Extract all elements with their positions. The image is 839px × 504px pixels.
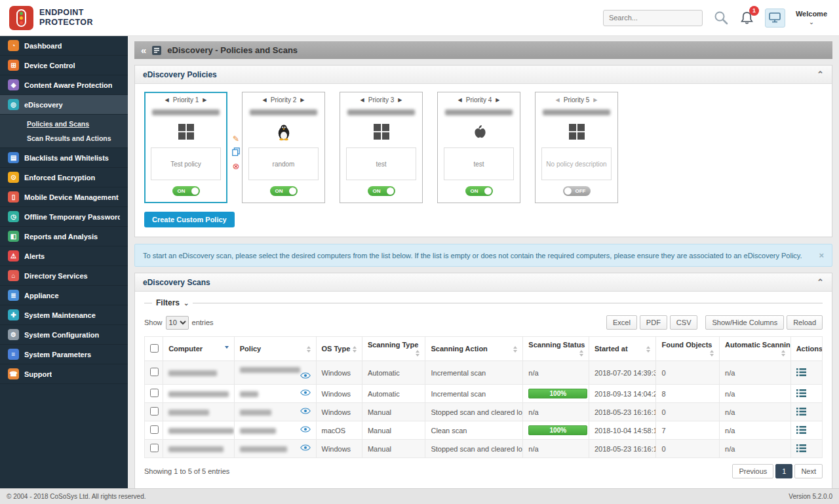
cell-automatic-scanning: n/a [720, 403, 791, 421]
sidebar-item-ediscovery[interactable]: ◎ eDiscovery [0, 95, 128, 115]
column-header-os-type[interactable]: OS Type [316, 337, 362, 361]
sidebar-item-system-parameters[interactable]: ≡ System Parameters [0, 345, 128, 364]
delete-policy-icon[interactable]: ⊗ [233, 162, 240, 170]
priority-increase-icon[interactable]: ▶ [593, 97, 597, 103]
filters-toggle[interactable]: Filters ⌄ [144, 298, 823, 307]
logo-dot-yellow [20, 16, 23, 20]
priority-increase-icon[interactable]: ▶ [496, 97, 499, 103]
system-configuration-gear-icon: ⚙ [8, 329, 19, 340]
policy-card-3[interactable]: ◀ Priority 3 ▶ test ON [340, 92, 423, 203]
priority-decrease-icon[interactable]: ◀ [361, 97, 364, 103]
view-details-eye-icon[interactable] [300, 408, 311, 416]
policy-card-4[interactable]: ◀ Priority 4 ▶ test ON [437, 92, 520, 203]
column-header-computer[interactable]: Computer [163, 337, 235, 361]
view-details-eye-icon[interactable] [300, 389, 311, 397]
policy-card-5[interactable]: ◀ Priority 5 ▶ No policy description OFF [535, 92, 618, 203]
view-details-eye-icon[interactable] [300, 444, 311, 452]
priority-increase-icon[interactable]: ▶ [300, 97, 304, 103]
row-actions-list-icon[interactable] [796, 389, 806, 398]
redacted-policy-name [347, 109, 415, 115]
view-details-eye-icon[interactable] [300, 426, 311, 434]
sidebar-item-alerts[interactable]: ⚠ Alerts [0, 246, 128, 266]
welcome-user-menu[interactable]: Welcome ⌄ [796, 10, 827, 25]
ediscovery-icon: ◎ [8, 99, 19, 110]
priority-decrease-icon[interactable]: ◀ [263, 97, 267, 103]
priority-increase-icon[interactable]: ▶ [398, 97, 402, 103]
export-pdf-button[interactable]: PDF [640, 315, 667, 330]
redacted-policy-name [250, 109, 317, 115]
policy-toggle[interactable]: OFF [563, 186, 591, 196]
column-header-started-at[interactable]: Started at [589, 337, 656, 361]
sidebar-item-reports-and-analysis[interactable]: ◧ Reports and Analysis [0, 227, 128, 246]
policy-toggle[interactable]: ON [172, 186, 200, 196]
sidebar-item-dashboard[interactable]: ◔ Dashboard [0, 36, 128, 56]
row-checkbox[interactable] [150, 368, 159, 376]
sidebar-item-content-aware-protection[interactable]: ◈ Content Aware Protection [0, 75, 128, 95]
live-help-icon[interactable] [765, 9, 785, 28]
column-header-scanning-status[interactable]: Scanning Status [523, 337, 589, 361]
sidebar-item-device-control[interactable]: ⊞ Device Control [0, 56, 128, 75]
collapse-panel-chevron-icon[interactable]: ⌃ [817, 70, 824, 79]
export-csv-button[interactable]: CSV [670, 315, 698, 330]
duplicate-policy-icon[interactable] [232, 147, 240, 157]
export-excel-button[interactable]: Excel [606, 315, 637, 330]
page-size-select[interactable]: 10 [166, 316, 189, 330]
sidebar-item-directory-services[interactable]: ⌂ Directory Services [0, 266, 128, 286]
pagination-next-button[interactable]: Next [794, 464, 823, 478]
policy-card-1[interactable]: ◀ Priority 1 ▶ Test policy ON [144, 92, 227, 203]
show-hide-columns-button[interactable]: Show/Hide Columns [705, 315, 784, 330]
sidebar-item-appliance[interactable]: ≣ Appliance [0, 286, 128, 305]
cell-started-at: 2018-07-20 14:39:31 [589, 361, 656, 385]
row-checkbox[interactable] [150, 425, 159, 434]
reload-button[interactable]: Reload [787, 315, 823, 330]
policy-toggle[interactable]: ON [270, 186, 298, 196]
submenu-item-policies-and-scans[interactable]: Policies and Scans [0, 117, 128, 131]
sidebar-item-blacklists-and-whitelists[interactable]: ▤ Blacklists and Whitelists [0, 148, 128, 168]
column-header-scanning-action[interactable]: Scanning Action [425, 337, 523, 361]
row-actions-list-icon[interactable] [796, 426, 806, 435]
row-checkbox[interactable] [150, 389, 159, 397]
collapse-panel-chevron-icon[interactable]: ⌃ [817, 278, 824, 286]
cell-scanning-type: Manual [362, 421, 425, 440]
view-details-eye-icon[interactable] [300, 372, 311, 380]
edit-policy-icon[interactable]: ✎ [233, 135, 239, 143]
row-checkbox[interactable] [150, 444, 159, 452]
select-all-checkbox[interactable] [150, 344, 159, 353]
row-actions-list-icon[interactable] [796, 368, 806, 378]
cell-os-type: Windows [316, 403, 362, 421]
close-icon[interactable]: × [812, 250, 824, 260]
search-input[interactable] [603, 10, 703, 26]
column-header-policy[interactable]: Policy [234, 337, 316, 361]
sidebar-nav: ◔ Dashboard ⊞ Device Control ◈ Content A… [0, 36, 128, 488]
pagination-page-1-button[interactable]: 1 [775, 464, 792, 478]
sidebar-item-enforced-encryption[interactable]: ⊙ Enforced Encryption [0, 168, 128, 187]
page-document-icon [151, 45, 162, 56]
sidebar-item-mobile-device-management[interactable]: ▯ Mobile Device Management [0, 187, 128, 207]
sidebar-item-support[interactable]: ☎ Support [0, 364, 128, 384]
submenu-item-scan-results-and-actions[interactable]: Scan Results and Actions [0, 131, 128, 145]
priority-decrease-icon[interactable]: ◀ [458, 97, 462, 103]
priority-decrease-icon[interactable]: ◀ [165, 97, 169, 103]
policy-toggle[interactable]: ON [368, 186, 395, 196]
priority-decrease-icon[interactable]: ◀ [556, 97, 560, 103]
policy-description: random [248, 147, 319, 180]
sidebar-item-offline-temporary-password[interactable]: ◷ Offline Temporary Password [0, 207, 128, 227]
info-banner: To start an eDiscovery scan, please sele… [134, 244, 832, 267]
row-actions-list-icon[interactable] [796, 444, 806, 454]
priority-increase-icon[interactable]: ▶ [203, 97, 206, 103]
pagination-previous-button[interactable]: Previous [732, 464, 773, 478]
brand-logo[interactable]: ENDPOINT PROTECTOR [9, 6, 93, 30]
row-actions-list-icon[interactable] [796, 408, 806, 417]
column-header-found-objects[interactable]: Found Objects [656, 337, 720, 361]
create-custom-policy-button[interactable]: Create Custom Policy [144, 212, 235, 227]
row-checkbox[interactable] [150, 407, 159, 416]
policy-toggle[interactable]: ON [465, 186, 493, 196]
search-icon[interactable] [713, 10, 729, 26]
policy-card-2[interactable]: ◀ Priority 2 ▶ random ON [242, 92, 325, 203]
column-header-scanning-type[interactable]: Scanning Type [362, 337, 425, 361]
collapse-sidebar-icon[interactable]: « [141, 45, 146, 55]
notifications-bell-icon[interactable]: 1 [739, 10, 754, 26]
column-header-automatic-scanning[interactable]: Automatic Scanning [720, 337, 791, 361]
sidebar-item-system-maintenance[interactable]: ✚ System Maintenance [0, 305, 128, 325]
sidebar-item-system-configuration[interactable]: ⚙ System Configuration [0, 325, 128, 345]
